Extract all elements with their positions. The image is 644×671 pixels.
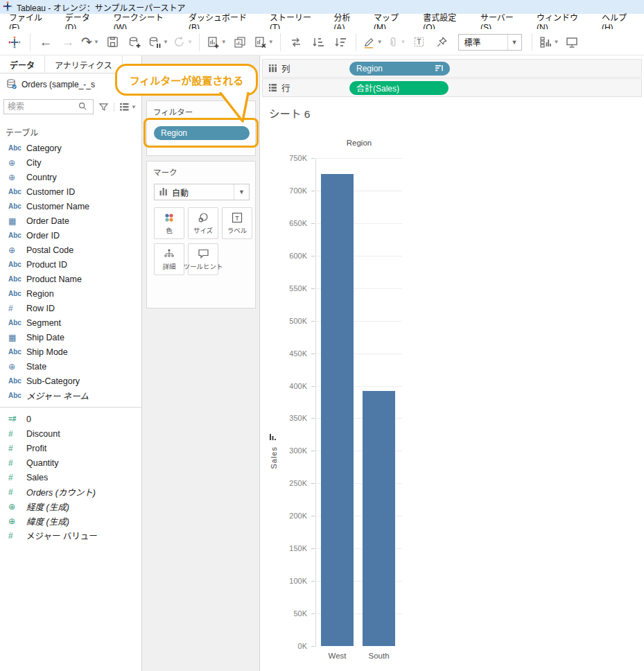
mark-type-dropdown[interactable]: 自動 ▼	[154, 184, 250, 200]
fit-selector-caret-icon[interactable]: ▼	[507, 35, 521, 50]
field-sales[interactable]: #Sales	[0, 470, 141, 485]
field-quantity[interactable]: #Quantity	[0, 455, 141, 470]
detail-label: 詳細	[162, 261, 175, 271]
sort-descending-button[interactable]	[331, 32, 349, 53]
replay-button[interactable]: ↷▼	[81, 32, 99, 53]
axis-sort-icon[interactable]	[270, 434, 277, 444]
field-label: Discount	[26, 429, 60, 439]
tab-data[interactable]: データ	[0, 55, 45, 73]
label-button[interactable]: T ラベル	[222, 207, 252, 239]
toolbar-separator	[30, 33, 31, 51]
fit-selector-value: 標準	[459, 36, 507, 48]
save-button[interactable]	[103, 32, 121, 53]
field-product-name[interactable]: AbcProduct Name	[0, 272, 141, 286]
size-button[interactable]: サイズ	[188, 207, 218, 239]
text-label-button[interactable]: T	[410, 32, 428, 53]
field-order-date[interactable]: ▦Order Date	[0, 214, 141, 228]
rows-pill-sum-sales[interactable]: 合計(Sales)	[349, 81, 449, 95]
search-input[interactable]	[4, 101, 78, 113]
field-緯度-(生成)[interactable]: ⊕緯度 (生成)	[0, 514, 141, 528]
field-customer-name[interactable]: AbcCustomer Name	[0, 199, 141, 214]
field-ship-mode[interactable]: AbcShip Mode	[0, 345, 141, 359]
field-region[interactable]: AbcRegion	[0, 286, 141, 301]
presentation-mode-button[interactable]	[563, 32, 581, 53]
new-worksheet-button[interactable]: ▼	[206, 32, 227, 53]
y-tick-label: 700K	[260, 186, 307, 195]
field-postal-code[interactable]: ⊕Postal Code	[0, 243, 141, 257]
field-country[interactable]: ⊕Country	[0, 170, 141, 184]
field-label: City	[26, 158, 42, 168]
field-経度-(生成)[interactable]: ⊕経度 (生成)	[0, 499, 141, 514]
number-field-icon: #	[8, 487, 26, 497]
columns-pill-region[interactable]: Region	[349, 62, 450, 76]
detail-icon	[164, 248, 175, 259]
undo-button[interactable]: ←	[37, 32, 55, 53]
group-members-button[interactable]: ▼	[387, 32, 406, 53]
columns-shelf-label: 列	[263, 62, 349, 75]
color-button[interactable]: 色	[154, 207, 184, 239]
pause-updates-button[interactable]: ▼	[148, 32, 168, 53]
bar-west[interactable]	[321, 174, 354, 646]
mark-type-caret-icon[interactable]: ▼	[234, 184, 249, 200]
tab-analytics[interactable]: アナリティクス	[45, 55, 123, 73]
field-0[interactable]: =#0	[0, 412, 141, 426]
field-segment[interactable]: AbcSegment	[0, 315, 141, 330]
y-tick-label: 50K	[260, 609, 307, 618]
toolbar-separator	[280, 33, 281, 51]
globe-field-icon: ⊕	[8, 158, 26, 168]
field-label: Ship Mode	[26, 347, 68, 357]
field-order-id[interactable]: AbcOrder ID	[0, 228, 141, 243]
field-profit[interactable]: #Profit	[0, 441, 141, 455]
redo-button[interactable]: →	[59, 32, 77, 53]
field-product-id[interactable]: AbcProduct ID	[0, 257, 141, 272]
view-options-icon[interactable]: ▼	[114, 103, 137, 112]
detail-button[interactable]: 詳細	[154, 243, 184, 275]
field-customer-id[interactable]: AbcCustomer ID	[0, 184, 141, 199]
y-tick-mark	[311, 321, 315, 322]
bar-south[interactable]	[363, 391, 395, 646]
show-me-button[interactable]: ▼	[539, 32, 559, 53]
globe-field-icon: ⊕	[8, 502, 26, 512]
fix-axes-pin-icon[interactable]	[433, 32, 451, 53]
y-tick-label: 150K	[260, 543, 307, 553]
clear-sheet-button[interactable]: ▼	[253, 32, 274, 53]
rows-shelf[interactable]: 行 合計(Sales)	[262, 78, 642, 97]
x-label-south[interactable]: South	[358, 652, 400, 660]
refresh-button[interactable]: ▼	[173, 32, 193, 53]
y-tick-mark	[311, 516, 315, 516]
field-category[interactable]: AbcCategory	[0, 141, 141, 155]
search-box[interactable]	[3, 99, 94, 114]
tableau-home-icon[interactable]	[6, 32, 24, 53]
tooltip-icon	[198, 248, 209, 259]
duplicate-sheet-button[interactable]	[231, 32, 249, 53]
tableau-window: Tableau - オレンジ：サンプルスーパーストア ファイル(F)データ(D)…	[0, 0, 644, 671]
number-field-icon: #	[8, 444, 26, 453]
new-datasource-button[interactable]	[125, 32, 143, 53]
y-tick-mark	[311, 613, 315, 614]
column-field-header[interactable]: Region	[316, 139, 402, 147]
columns-pill-label: Region	[356, 64, 383, 73]
field-ship-date[interactable]: ▦Ship Date	[0, 330, 141, 345]
columns-shelf[interactable]: 列 Region	[262, 59, 642, 78]
x-label-west[interactable]: West	[317, 652, 358, 660]
toolbar-separator	[199, 33, 200, 51]
filter-fields-icon[interactable]	[98, 102, 109, 112]
swap-rows-columns-button[interactable]	[287, 32, 305, 53]
sheet-title[interactable]: シート 6	[269, 105, 310, 121]
field-label: Customer ID	[26, 187, 75, 197]
fit-selector[interactable]: 標準 ▼	[458, 34, 522, 51]
number-field-icon: #	[8, 304, 26, 313]
field-orders-(カウント)[interactable]: #Orders (カウント)	[0, 485, 141, 499]
field-sub-category[interactable]: AbcSub-Category	[0, 374, 141, 388]
field-state[interactable]: ⊕State	[0, 359, 141, 374]
dimensions-measures-separator	[0, 407, 141, 408]
field-メジャー-ネーム[interactable]: Abcメジャー ネーム	[0, 388, 141, 403]
text-field-icon: Abc	[8, 348, 26, 356]
field-row-id[interactable]: #Row ID	[0, 301, 141, 315]
field-メジャー-バリュー[interactable]: #メジャー バリュー	[0, 528, 141, 543]
sort-ascending-button[interactable]	[309, 32, 327, 53]
field-city[interactable]: ⊕City	[0, 155, 141, 170]
highlight-button[interactable]: ▼	[363, 32, 383, 53]
tooltip-button[interactable]: ツールヒント	[188, 243, 218, 275]
field-discount[interactable]: #Discount	[0, 426, 141, 441]
